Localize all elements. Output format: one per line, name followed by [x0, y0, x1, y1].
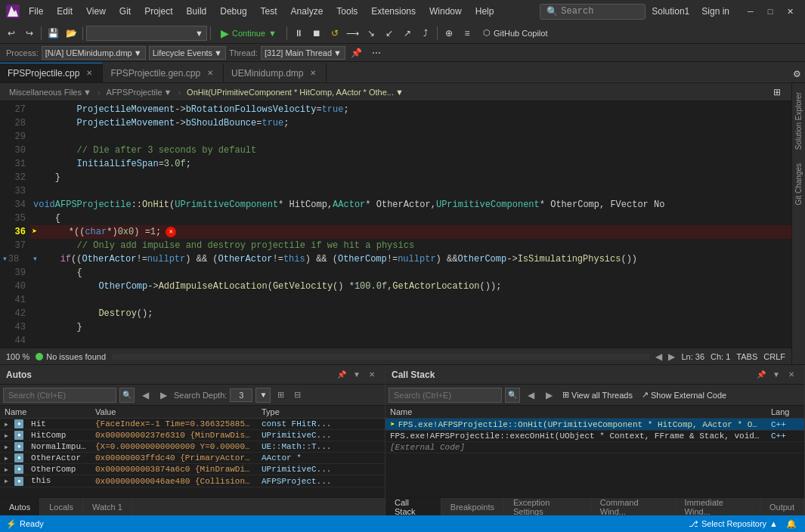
- code-content[interactable]: ········ ProjectileMovement->bRotationFo…: [30, 101, 791, 348]
- cs-col-name[interactable]: Name: [385, 406, 766, 419]
- tab-minidump-close[interactable]: ✕: [308, 68, 318, 79]
- settings-gear-icon[interactable]: ⚙: [788, 66, 805, 82]
- continue-button[interactable]: ▶ Continue ▼: [214, 25, 283, 42]
- minimize-button[interactable]: ─: [742, 4, 760, 19]
- undo-btn[interactable]: ↩: [3, 25, 20, 42]
- debug-toolbar-btn-1[interactable]: ⏸: [290, 25, 307, 42]
- breadcrumb-file[interactable]: AFPSProjectile ▼: [104, 87, 175, 97]
- thread-pin-btn[interactable]: 📌: [348, 45, 365, 61]
- debug-toolbar-btn-2[interactable]: ⏹: [308, 25, 325, 42]
- autos-pin-btn[interactable]: 📌: [335, 368, 348, 382]
- debug-toolbar-btn-3[interactable]: ↺: [327, 25, 343, 42]
- scrollbar-indicator[interactable]: [112, 354, 649, 360]
- btab-autos[interactable]: Autos: [0, 498, 40, 516]
- scroll-right-btn[interactable]: ▶: [668, 351, 675, 362]
- menu-help[interactable]: Help: [469, 5, 500, 18]
- menu-debug[interactable]: Debug: [214, 5, 252, 18]
- autos-search-btn[interactable]: 🔍: [119, 388, 135, 403]
- menu-project[interactable]: Project: [138, 5, 178, 18]
- callstack-close-btn[interactable]: ✕: [785, 368, 798, 382]
- autos-next-btn[interactable]: ▶: [156, 388, 171, 403]
- debug-toolbar-btn-7[interactable]: ↗: [399, 25, 416, 42]
- autos-close-btn[interactable]: ✕: [365, 368, 379, 382]
- thread-dropdown[interactable]: [312] Main Thread ▼: [261, 46, 345, 60]
- debug-toolbar-btn-8[interactable]: ⤴: [417, 25, 434, 42]
- menu-build[interactable]: Build: [181, 5, 213, 18]
- autos-col-value[interactable]: Value: [91, 406, 257, 419]
- menu-git[interactable]: Git: [113, 5, 137, 18]
- line-indicator[interactable]: Ln: 36: [681, 352, 704, 361]
- tab-fpsprc-close[interactable]: ✕: [84, 68, 94, 79]
- btab-callstack[interactable]: Call Stack: [385, 498, 441, 516]
- lifecycle-dropdown[interactable]: Lifecycle Events ▼: [149, 46, 226, 60]
- debug-toolbar-btn-6[interactable]: ↙: [381, 25, 398, 42]
- menu-window[interactable]: Window: [423, 5, 468, 18]
- show-external-btn[interactable]: ↗ Show External Code: [639, 388, 729, 401]
- save-btn[interactable]: 💾: [45, 25, 61, 42]
- scroll-left-btn[interactable]: ◀: [655, 351, 662, 362]
- callstack-table-row[interactable]: FPS.exe!AFPSProjectile::execOnHit(UObjec…: [385, 431, 804, 442]
- autos-table[interactable]: Name Value Type ▶ ● Hit {FaceIndex=-1 Ti…: [0, 406, 385, 497]
- autos-col-name[interactable]: Name: [0, 406, 91, 419]
- btab-immediate-window[interactable]: Immediate Wind...: [676, 498, 760, 516]
- autos-expand-btn[interactable]: ⊟: [290, 388, 304, 402]
- line-endings[interactable]: CRLF: [763, 352, 785, 361]
- sign-in-button[interactable]: Sign in: [695, 5, 735, 18]
- code-editor[interactable]: 27 28 29 30 31 32 33 34 35 36 37 ▼38 39 …: [0, 101, 791, 348]
- debug-toolbar-btn-9[interactable]: ⊕: [441, 25, 457, 42]
- callstack-search-btn[interactable]: 🔍: [505, 388, 520, 403]
- cs-col-lang[interactable]: Lang: [766, 406, 804, 419]
- autos-copy-btn[interactable]: ⊞: [274, 388, 287, 402]
- title-search-box[interactable]: 🔍 Search: [540, 4, 646, 20]
- autos-table-row[interactable]: ▶ ● this 0x000000000046ae480 {CollisionC…: [0, 475, 385, 487]
- callstack-next-btn[interactable]: ▶: [541, 388, 556, 403]
- autos-search-input[interactable]: [3, 388, 116, 403]
- menu-edit[interactable]: Edit: [51, 5, 79, 18]
- notification-bell-icon[interactable]: 🔔: [784, 516, 799, 531]
- callstack-pin-btn[interactable]: 📌: [754, 368, 768, 382]
- menu-tools[interactable]: Tools: [330, 5, 364, 18]
- autos-table-row[interactable]: ▶ ● Hit {FaceIndex=-1 Time=0.366325885 D…: [0, 419, 385, 430]
- breadcrumb-location[interactable]: Miscellaneous Files ▼: [6, 87, 94, 97]
- debug-toolbar-btn-5[interactable]: ↘: [363, 25, 379, 42]
- autos-prev-btn[interactable]: ◀: [138, 388, 153, 403]
- tab-fpsprc[interactable]: FPSProjectile.cpp ✕: [0, 63, 103, 82]
- autos-dropdown-btn[interactable]: ▼: [350, 368, 364, 382]
- depth-input[interactable]: [230, 388, 252, 402]
- btab-exception-settings[interactable]: Exception Settings: [504, 498, 591, 516]
- menu-test[interactable]: Test: [255, 5, 283, 18]
- thread-extra-btn[interactable]: ⋯: [368, 45, 385, 61]
- view-threads-btn[interactable]: ⊞ View all Threads: [559, 388, 636, 401]
- zoom-level[interactable]: 100 %: [6, 352, 29, 361]
- process-dropdown[interactable]: [N/A] UEMinidump.dmp ▼: [42, 46, 146, 60]
- btab-command-window[interactable]: Command Wind...: [591, 498, 676, 516]
- menu-view[interactable]: View: [80, 5, 112, 18]
- callstack-table-row[interactable]: [External Code]: [385, 442, 804, 453]
- github-copilot-btn[interactable]: ⬡ GitHub Copilot: [477, 26, 554, 39]
- autos-table-row[interactable]: ▶ ● OtherComp 0x0000000003874a6c0 {MinDr…: [0, 464, 385, 475]
- menu-file[interactable]: File: [23, 5, 49, 18]
- callstack-prev-btn[interactable]: ◀: [523, 388, 538, 403]
- editor-settings-icon[interactable]: ⊞: [769, 84, 785, 101]
- breadcrumb-function[interactable]: OnHit(UPrimitiveComponent * HitComp, AAc…: [184, 87, 407, 97]
- sidebar-git-changes[interactable]: Git Changes: [793, 157, 804, 212]
- btab-output[interactable]: Output: [760, 498, 804, 516]
- select-repo-btn[interactable]: ⎇ Select Repository ▲: [689, 519, 778, 529]
- debug-toolbar-btn-10[interactable]: ≡: [459, 25, 475, 42]
- autos-col-type[interactable]: Type: [257, 406, 385, 419]
- btab-breakpoints[interactable]: Breakpoints: [441, 498, 504, 516]
- depth-dropdown-btn[interactable]: ▼: [255, 388, 271, 403]
- autos-table-row[interactable]: ▶ ● NormalImpulse {X=0.000000000000000 Y…: [0, 441, 385, 453]
- callstack-table-row[interactable]: ➤FPS.exe!AFPSProjectile::OnHit(UPrimitiv…: [385, 419, 804, 431]
- callstack-search-input[interactable]: [389, 388, 502, 403]
- debug-toolbar-btn-4[interactable]: ⟶: [345, 25, 361, 42]
- menu-extensions[interactable]: Extensions: [365, 5, 422, 18]
- autos-table-row[interactable]: ▶ ● OtherActor 0x00000003ffdc40 {Primary…: [0, 453, 385, 464]
- target-dropdown[interactable]: ▼: [86, 26, 207, 41]
- col-indicator[interactable]: Ch: 1: [711, 352, 730, 361]
- autos-table-row[interactable]: ▶ ● HitComp 0x00000000237e6310 {MinDrawD…: [0, 430, 385, 441]
- callstack-dropdown-btn[interactable]: ▼: [769, 368, 783, 382]
- sidebar-solution-explorer[interactable]: Solution Explorer: [793, 86, 804, 156]
- btab-locals[interactable]: Locals: [40, 498, 83, 516]
- indent-mode[interactable]: TABS: [736, 352, 757, 361]
